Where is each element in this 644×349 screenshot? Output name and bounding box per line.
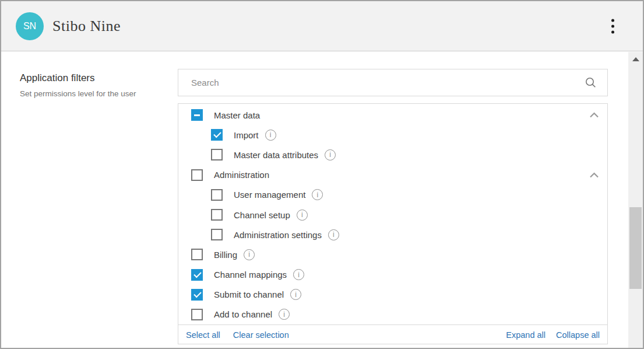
tree-row-channel-setup: Channel setup i: [178, 205, 607, 225]
search-icon[interactable]: [585, 76, 597, 89]
tree-row-master-data: Master data: [178, 105, 607, 125]
checkbox-billing[interactable]: [191, 249, 203, 260]
stibo-nine-window: SN Stibo Nine Application filters Set pe…: [0, 0, 644, 349]
row-label: Import: [234, 130, 259, 140]
permissions-tree: Master data Import i Master data attribu…: [178, 104, 607, 324]
info-icon[interactable]: i: [312, 189, 323, 200]
tree-footer: Select all Clear selection Expand all Co…: [178, 324, 607, 344]
checkbox-submit-to-channel[interactable]: [191, 289, 203, 301]
checkbox-master-data[interactable]: [191, 109, 203, 121]
info-icon[interactable]: i: [293, 269, 304, 280]
tree-row-import: Import i: [178, 125, 607, 145]
chevron-up-icon[interactable]: [589, 172, 599, 178]
row-label: Master data attributes: [234, 150, 318, 160]
scrollbar-thumb[interactable]: [629, 207, 642, 289]
vertical-scrollbar[interactable]: [628, 52, 643, 348]
footer-left-actions: Select all Clear selection: [186, 330, 289, 340]
info-icon[interactable]: i: [279, 309, 290, 320]
row-label: Submit to channel: [214, 289, 284, 299]
select-all-link[interactable]: Select all: [186, 330, 220, 340]
header: SN Stibo Nine: [1, 1, 643, 51]
tree-row-submit-to-channel: Submit to channel i: [178, 285, 607, 305]
checkbox-import[interactable]: [211, 129, 223, 141]
checkbox-add-to-channel[interactable]: [191, 309, 203, 320]
application-filters-section: Application filters Set permissions leve…: [20, 72, 168, 98]
checkbox-channel-setup[interactable]: [211, 209, 223, 221]
expand-all-link[interactable]: Expand all: [506, 330, 546, 340]
footer-right-actions: Expand all Collapse all: [506, 330, 600, 340]
tree-row-administration-settings: Administration settings i: [178, 225, 607, 245]
collapse-all-link[interactable]: Collapse all: [556, 330, 600, 340]
avatar-initials: SN: [23, 21, 36, 32]
info-icon[interactable]: i: [325, 149, 336, 160]
checkbox-channel-mappings[interactable]: [191, 269, 203, 281]
row-label: Administration settings: [234, 230, 322, 240]
tree-row-channel-mappings: Channel mappings i: [178, 265, 607, 285]
info-icon[interactable]: i: [290, 289, 301, 300]
section-subtitle: Set permissions level for the user: [20, 89, 168, 98]
tree-row-add-to-channel: Add to channel i: [178, 305, 607, 324]
row-label: Administration: [214, 170, 269, 180]
info-icon[interactable]: i: [328, 229, 339, 240]
tree-row-billing: Billing i: [178, 245, 607, 264]
clear-selection-link[interactable]: Clear selection: [233, 330, 289, 340]
row-label: Master data: [214, 110, 260, 120]
checkbox-administration-settings[interactable]: [211, 229, 223, 240]
info-icon[interactable]: i: [244, 249, 255, 260]
checkbox-master-data-attributes[interactable]: [211, 149, 223, 160]
tree-row-administration: Administration: [178, 165, 607, 185]
permissions-tree-panel: Master data Import i Master data attribu…: [178, 103, 608, 344]
row-label: Add to channel: [214, 309, 272, 319]
avatar: SN: [16, 12, 44, 40]
section-title: Application filters: [20, 72, 168, 84]
checkbox-user-management[interactable]: [211, 189, 223, 201]
row-label: Channel setup: [234, 210, 290, 220]
row-label: Channel mappings: [214, 270, 287, 280]
tree-row-user-management: User management i: [178, 185, 607, 205]
kebab-menu-icon[interactable]: [609, 16, 617, 36]
chevron-up-icon[interactable]: [589, 112, 599, 118]
info-icon[interactable]: i: [297, 210, 308, 221]
page-title: Stibo Nine: [52, 18, 121, 35]
search-input[interactable]: [190, 77, 585, 88]
row-label: User management: [234, 190, 305, 200]
info-icon[interactable]: i: [265, 130, 276, 141]
search-box: [178, 69, 608, 96]
checkbox-administration[interactable]: [191, 169, 203, 181]
tree-row-master-data-attributes: Master data attributes i: [178, 145, 607, 165]
row-label: Billing: [214, 250, 237, 260]
scrollbar-up-arrow-icon[interactable]: [632, 57, 639, 61]
